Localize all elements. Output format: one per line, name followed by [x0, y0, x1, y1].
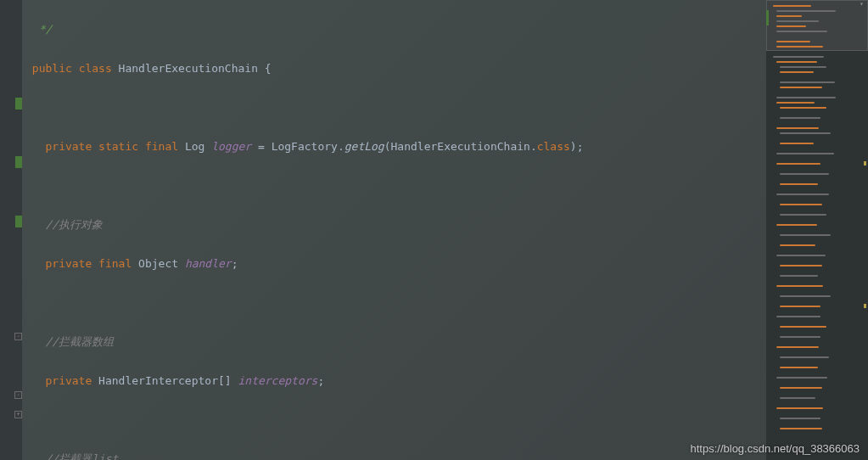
minimap-code-line [780, 117, 820, 119]
comment-interceptor-array: //拦截器数组 [45, 335, 114, 348]
minimap-code-line [780, 306, 820, 307]
minimap-code-line [780, 234, 831, 236]
minimap-code-line [773, 56, 824, 58]
type-interceptor-array: HandlerInterceptor[] [98, 374, 232, 387]
minimap-code-line [776, 224, 817, 226]
minimap-code-line [776, 31, 827, 32]
keyword-static: static [98, 140, 138, 153]
field-logger: logger [211, 140, 251, 153]
comment-exec-object: //执行对象 [45, 218, 103, 231]
paren: (HandlerExecutionChain. [384, 140, 537, 153]
keyword-private: private [45, 257, 92, 270]
minimap-code-line [776, 346, 819, 348]
minimap-code-line [780, 418, 820, 419]
minimap-code-line [776, 61, 817, 63]
minimap-code-line [780, 107, 826, 109]
keyword-class-ref: class [537, 140, 570, 153]
class-name: HandlerExecutionChain [119, 62, 258, 75]
minimap-code-line [776, 153, 834, 154]
minimap-code-line [776, 25, 806, 27]
minimap-code-line [780, 71, 814, 73]
minimap-code-line [780, 367, 818, 368]
semicolon: ; [317, 374, 324, 387]
minimap-code-line [780, 397, 815, 399]
field-handler: handler [185, 257, 232, 270]
minimap-code-line [780, 244, 815, 246]
editor-gutter[interactable]: - - + [0, 0, 22, 460]
fold-collapse-icon[interactable]: - [14, 333, 22, 340]
minimap-code-line [776, 407, 823, 409]
minimap-code-line [780, 143, 814, 144]
minimap-warning-marker [864, 304, 866, 308]
minimap-code-line [776, 46, 823, 48]
minimap-code-line [780, 336, 820, 338]
minimap-change-marker [766, 10, 769, 25]
minimap-code-line [780, 356, 829, 358]
minimap-code-line [780, 183, 818, 185]
keyword-public: public [32, 62, 72, 75]
gutter-change-mark [15, 216, 22, 227]
minimap-code-line [776, 255, 826, 256]
minimap-code-line [780, 173, 829, 175]
minimap-warning-marker [864, 161, 866, 165]
keyword-final: final [98, 257, 132, 270]
gutter-change-mark [15, 98, 22, 109]
paren-close: ); [570, 140, 584, 153]
minimap-code-line [776, 97, 836, 98]
minimap-code-line [776, 163, 820, 165]
assign: = LogFactory. [251, 140, 344, 153]
code-editor: - - + */ public class HandlerExecutionCh… [0, 0, 868, 460]
keyword-private: private [45, 374, 92, 387]
minimap-code-line [780, 428, 822, 429]
minimap-code-line [780, 275, 818, 277]
minimap-code-line [776, 15, 802, 17]
type-log: Log [185, 140, 204, 153]
fold-expand-icon[interactable]: + [14, 411, 22, 418]
minimap-code-line [780, 265, 822, 266]
minimap-code-line [780, 81, 835, 83]
gutter-change-mark [15, 156, 22, 168]
fold-collapse-icon[interactable]: - [14, 391, 22, 399]
minimap-code-line [776, 41, 810, 42]
watermark-text: https://blog.csdn.net/qq_38366063 [691, 442, 860, 455]
type-object: Object [138, 257, 178, 270]
minimap-code-line [776, 377, 827, 379]
minimap-code-line [776, 102, 815, 104]
minimap-code-line [776, 194, 829, 195]
keyword-final: final [145, 140, 178, 153]
minimap-code-line [780, 66, 826, 68]
keyword-private: private [45, 140, 92, 153]
field-interceptors: interceptors [238, 374, 317, 387]
code-content[interactable]: */ public class HandlerExecutionChain { … [22, 0, 766, 460]
code-minimap[interactable]: ▾ [766, 0, 868, 460]
open-brace: { [258, 62, 272, 75]
semicolon: ; [232, 257, 238, 270]
minimap-code-line [780, 132, 831, 134]
minimap-code-line [773, 5, 811, 7]
minimap-code-line [780, 387, 822, 389]
minimap-code-line [780, 214, 826, 216]
comment-close: */ [32, 23, 52, 36]
minimap-code-line [780, 295, 831, 297]
minimap-code-line [780, 204, 822, 205]
keyword-class: class [79, 62, 112, 75]
minimap-code-line [776, 316, 820, 317]
minimap-code-line [776, 20, 819, 22]
method-getlog: getLog [344, 140, 384, 153]
minimap-code-line [780, 326, 826, 328]
minimap-code-line [776, 10, 836, 12]
minimap-code-line [776, 285, 823, 287]
comment-interceptor-list: //拦截器list [45, 452, 118, 460]
minimap-code-line [776, 127, 819, 129]
minimap-code-line [780, 87, 822, 88]
